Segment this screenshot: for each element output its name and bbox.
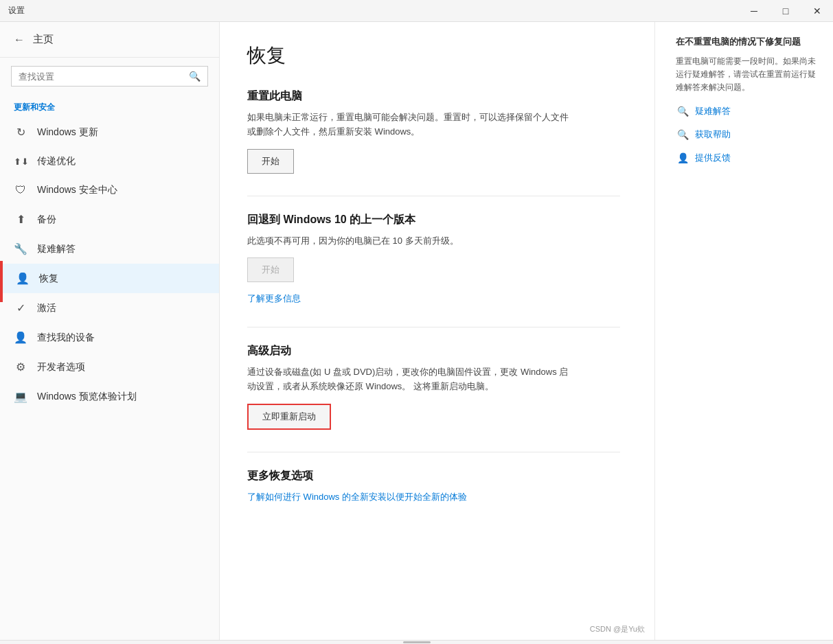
title-bar: 设置 ─ □ ✕: [0, 0, 833, 22]
right-panel: 在不重置电脑的情况下修复问题 重置电脑可能需要一段时间。如果尚未运行疑难解答，请…: [654, 22, 833, 640]
find-my-device-icon: 👤: [14, 331, 27, 344]
right-panel-desc: 重置电脑可能需要一段时间。如果尚未运行疑难解答，请尝试在重置前运行疑难解答来解决…: [676, 55, 819, 95]
right-panel-title: 在不重置电脑的情况下修复问题: [676, 36, 819, 48]
sidebar-item-recovery[interactable]: 👤 恢复: [0, 264, 219, 293]
rollback-title: 回退到 Windows 10 的上一个版本: [247, 213, 620, 227]
sidebar-item-find-my-device[interactable]: 👤 查找我的设备: [0, 323, 219, 352]
restart-now-button[interactable]: 立即重新启动: [247, 404, 331, 430]
feedback-label: 提供反馈: [695, 152, 731, 164]
sidebar-item-label: 开发者选项: [37, 361, 85, 373]
windows-update-icon: ↻: [14, 126, 27, 139]
troubleshoot-link[interactable]: 🔍 疑难解答: [676, 104, 819, 118]
troubleshoot-link-label: 疑难解答: [695, 105, 731, 117]
home-label: 主页: [33, 33, 54, 46]
sidebar-item-delivery-optimization[interactable]: ⬆⬇ 传递优化: [0, 147, 219, 176]
sidebar-home-item[interactable]: ← 主页: [0, 22, 219, 58]
more-options-title: 更多恢复选项: [247, 469, 620, 483]
sidebar-item-label: 备份: [37, 214, 56, 226]
reset-pc-section: 重置此电脑 如果电脑未正常运行，重置电脑可能会解决问题。重置时，可以选择保留个人…: [247, 89, 620, 174]
rollback-desc: 此选项不再可用，因为你的电脑已在 10 多天前升级。: [247, 234, 577, 249]
sidebar-section-title: 更新和安全: [0, 95, 219, 117]
rollback-more-info-link[interactable]: 了解更多信息: [247, 293, 301, 303]
developer-options-icon: ⚙: [14, 360, 27, 373]
sidebar-item-label: Windows 更新: [37, 126, 98, 139]
recovery-icon: 👤: [16, 272, 30, 285]
reset-pc-button[interactable]: 开始: [247, 149, 294, 174]
sidebar: ← 主页 🔍 更新和安全 ↻ Windows 更新 ⬆⬇ 传递优化 🛡 Win: [0, 22, 220, 640]
title-bar-controls: ─ □ ✕: [738, 0, 833, 22]
feedback-icon: 👤: [676, 151, 689, 165]
watermark: CSDN @是Yu欸: [590, 624, 645, 634]
sidebar-item-windows-insider[interactable]: 💻 Windows 预览体验计划: [0, 382, 219, 411]
troubleshoot-link-icon: 🔍: [676, 104, 689, 118]
window: 设置 ─ □ ✕ ← 主页 🔍 更新和安全 ↻ Windo: [0, 0, 833, 644]
get-help-icon: 🔍: [676, 128, 689, 141]
minimize-button[interactable]: ─: [738, 0, 770, 22]
get-help-link[interactable]: 🔍 获取帮助: [676, 128, 819, 141]
back-icon: ←: [14, 34, 25, 46]
windows-security-icon: 🛡: [14, 184, 27, 196]
advanced-startup-section: 高级启动 通过设备或磁盘(如 U 盘或 DVD)启动，更改你的电脑固件设置，更改…: [247, 344, 620, 430]
search-box: 🔍: [11, 66, 208, 87]
rollback-button[interactable]: 开始: [247, 257, 294, 282]
backup-icon: ⬆: [14, 213, 27, 226]
sidebar-item-windows-update[interactable]: ↻ Windows 更新: [0, 117, 219, 147]
get-help-label: 获取帮助: [695, 128, 731, 141]
troubleshoot-icon: 🔧: [14, 242, 27, 255]
delivery-optimization-icon: ⬆⬇: [14, 157, 27, 167]
active-accent-bar: [0, 261, 3, 302]
divider-1: [247, 196, 620, 196]
maximize-button[interactable]: □: [770, 0, 801, 22]
sidebar-item-developer-options[interactable]: ⚙ 开发者选项: [0, 352, 219, 382]
page-title: 恢复: [247, 43, 620, 69]
reset-pc-title: 重置此电脑: [247, 89, 620, 104]
rollback-section: 回退到 Windows 10 的上一个版本 此选项不再可用，因为你的电脑已在 1…: [247, 213, 620, 306]
advanced-startup-title: 高级启动: [247, 344, 620, 358]
sidebar-item-label: 疑难解答: [37, 243, 76, 255]
sidebar-item-label: 查找我的设备: [37, 332, 95, 344]
search-icon: 🔍: [189, 71, 201, 82]
sidebar-item-label: Windows 安全中心: [37, 184, 117, 196]
window-title: 设置: [8, 5, 25, 16]
main-content: 恢复 重置此电脑 如果电脑未正常运行，重置电脑可能会解决问题。重置时，可以选择保…: [220, 22, 654, 640]
sidebar-item-activation[interactable]: ✓ 激活: [0, 293, 219, 323]
bottom-bar: [0, 640, 833, 644]
divider-2: [247, 327, 620, 327]
main-area: ← 主页 🔍 更新和安全 ↻ Windows 更新 ⬆⬇ 传递优化 🛡 Win: [0, 22, 833, 640]
sidebar-item-windows-security[interactable]: 🛡 Windows 安全中心: [0, 176, 219, 205]
activation-icon: ✓: [14, 301, 27, 314]
fresh-install-link[interactable]: 了解如何进行 Windows 的全新安装以便开始全新的体验: [247, 492, 467, 502]
divider-3: [247, 452, 620, 452]
close-button[interactable]: ✕: [801, 0, 833, 22]
sidebar-item-troubleshoot[interactable]: 🔧 疑难解答: [0, 234, 219, 264]
resize-handle: [403, 641, 431, 643]
sidebar-item-label: 传递优化: [37, 155, 76, 168]
sidebar-item-label: 激活: [37, 302, 56, 314]
search-input[interactable]: [19, 71, 183, 82]
sidebar-item-backup[interactable]: ⬆ 备份: [0, 205, 219, 234]
sidebar-item-label: 恢复: [39, 273, 58, 285]
feedback-link[interactable]: 👤 提供反馈: [676, 151, 819, 165]
reset-pc-desc: 如果电脑未正常运行，重置电脑可能会解决问题。重置时，可以选择保留个人文件或删除个…: [247, 111, 577, 139]
windows-insider-icon: 💻: [14, 390, 27, 403]
advanced-startup-desc: 通过设备或磁盘(如 U 盘或 DVD)启动，更改你的电脑固件设置，更改 Wind…: [247, 365, 577, 394]
more-options-section: 更多恢复选项 了解如何进行 Windows 的全新安装以便开始全新的体验: [247, 469, 620, 503]
sidebar-item-label: Windows 预览体验计划: [37, 391, 137, 403]
